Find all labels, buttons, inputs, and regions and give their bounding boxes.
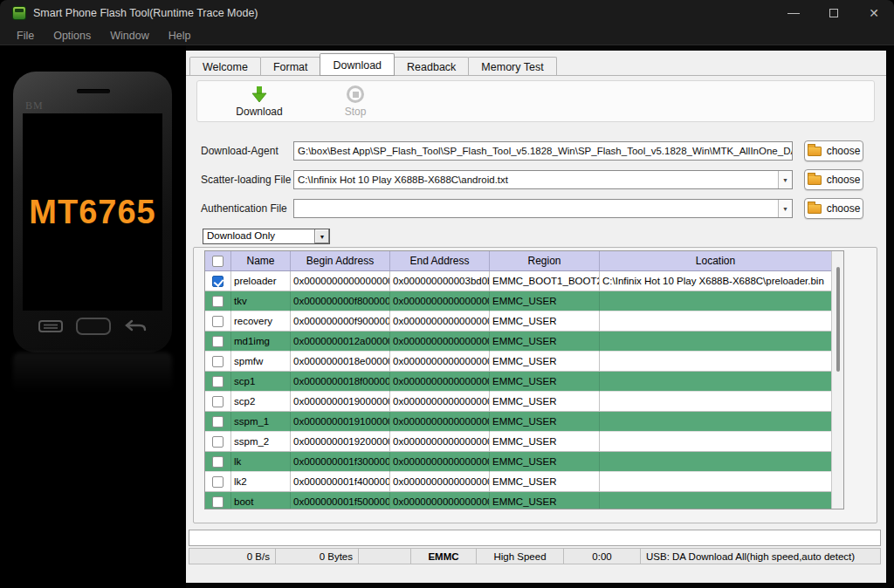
status-cell-3: EMMC <box>411 548 477 564</box>
download-agent-choose-button[interactable]: choose <box>804 140 863 161</box>
header-name[interactable]: Name <box>231 251 291 270</box>
row-checkbox[interactable] <box>212 456 224 468</box>
row-checkbox[interactable] <box>212 276 224 287</box>
row-checkbox[interactable] <box>212 476 224 488</box>
cell-begin: 0x000000001f500000 <box>291 492 390 509</box>
table-row[interactable]: lk0x000000001f3000000x0000000000000000EM… <box>205 452 831 472</box>
menu-help[interactable]: Help <box>159 30 201 42</box>
cell-location <box>600 291 831 311</box>
tab-welcome[interactable]: Welcome <box>189 57 261 76</box>
scrollbar-thumb[interactable] <box>836 267 840 372</box>
cell-begin: 0x000000001f300000 <box>291 452 390 472</box>
table-row[interactable]: lk20x000000001f4000000x0000000000000000E… <box>205 472 831 492</box>
scatter-file-choose-button[interactable]: choose <box>804 169 863 190</box>
table-row[interactable]: spmfw0x0000000018e000000x000000000000000… <box>205 352 831 372</box>
folder-icon <box>808 175 822 185</box>
cell-location <box>600 412 831 432</box>
cell-region: EMMC_BOOT1_BOOT2 <box>490 271 600 291</box>
cell-location <box>600 472 831 492</box>
header-end-address[interactable]: End Address <box>390 251 490 270</box>
choose-button-label: choose <box>827 145 861 157</box>
row-checkbox-cell <box>205 472 231 492</box>
cell-name: sspm_2 <box>231 432 291 452</box>
select-all-checkbox[interactable] <box>212 256 224 267</box>
download-agent-field[interactable]: G:\box\Best App\SP_Flash_Tool\SP_Flash_T… <box>293 141 793 161</box>
row-checkbox[interactable] <box>212 376 224 387</box>
cell-location <box>600 392 831 412</box>
phone-image: BM MT6765 <box>13 72 172 352</box>
table-row[interactable]: md1img0x0000000012a000000x00000000000000… <box>205 332 831 352</box>
auth-file-field[interactable] <box>293 199 793 218</box>
minimize-button[interactable] <box>774 0 814 26</box>
home-key-icon <box>75 317 112 336</box>
auth-file-dropdown-icon[interactable]: ▼ <box>778 200 792 217</box>
scatter-file-field[interactable]: C:\Infinix Hot 10 Play X688B-X688C\andro… <box>293 170 793 189</box>
menu-window[interactable]: Window <box>100 30 158 42</box>
table-row[interactable]: recovery0x000000000f9000000x000000000000… <box>205 311 831 332</box>
cell-location <box>600 452 831 472</box>
table-row[interactable]: sspm_10x00000000191000000x00000000000000… <box>205 412 831 432</box>
table-row[interactable]: preloader0x00000000000000000x00000000000… <box>205 271 831 291</box>
tab-bar: WelcomeFormatDownloadReadbackMemory Test <box>189 53 556 76</box>
cell-end: 0x0000000000000000 <box>390 372 490 392</box>
cell-begin: 0x000000000f800000 <box>291 291 390 311</box>
cell-end: 0x0000000000000000 <box>390 432 490 452</box>
table-row[interactable]: sspm_20x00000000192000000x00000000000000… <box>205 432 831 452</box>
row-checkbox[interactable] <box>212 356 224 367</box>
cell-name: scp2 <box>231 392 291 412</box>
cell-end: 0x0000000000000000 <box>390 352 490 372</box>
tab-format[interactable]: Format <box>260 57 321 76</box>
cell-name: md1img <box>231 332 291 352</box>
row-checkbox[interactable] <box>212 496 224 508</box>
cell-name: boot <box>231 492 291 509</box>
header-begin-address[interactable]: Begin Address <box>291 251 390 270</box>
row-checkbox[interactable] <box>212 316 224 327</box>
tab-readback[interactable]: Readback <box>394 57 469 76</box>
auth-file-choose-button[interactable]: choose <box>804 198 863 219</box>
close-button[interactable]: ✕ <box>854 0 894 26</box>
table-row[interactable]: scp20x00000000190000000x0000000000000000… <box>205 392 831 412</box>
maximize-button[interactable] <box>814 0 854 26</box>
cell-end: 0x0000000000000000 <box>390 492 490 509</box>
download-agent-label: Download-Agent <box>201 145 279 157</box>
stop-icon <box>347 85 364 103</box>
row-checkbox[interactable] <box>212 436 224 448</box>
table-header-row: Name Begin Address End Address Region Lo… <box>205 251 831 271</box>
header-location[interactable]: Location <box>600 251 831 270</box>
stop-button[interactable]: Stop <box>318 84 393 120</box>
download-button[interactable]: Download <box>222 84 297 120</box>
scatter-file-dropdown-icon[interactable]: ▼ <box>778 171 792 188</box>
row-checkbox[interactable] <box>212 336 224 347</box>
chipset-label: MT6765 <box>29 194 155 231</box>
folder-icon <box>808 204 822 214</box>
cell-region: EMMC_USER <box>490 472 600 492</box>
cell-end: 0x0000000000000000 <box>390 332 490 352</box>
header-region[interactable]: Region <box>490 251 600 270</box>
row-checkbox-cell <box>205 332 231 352</box>
row-checkbox[interactable] <box>212 416 224 427</box>
row-checkbox-cell <box>205 271 231 291</box>
table-body: preloader0x00000000000000000x00000000000… <box>205 271 831 509</box>
cell-begin: 0x000000000f900000 <box>291 311 390 332</box>
stop-button-label: Stop <box>345 106 367 118</box>
tab-download[interactable]: Download <box>320 53 395 76</box>
menu-options[interactable]: Options <box>44 30 100 42</box>
table-row[interactable]: scp10x0000000018f000000x0000000000000000… <box>205 372 831 392</box>
cell-region: EMMC_USER <box>490 412 600 432</box>
row-checkbox[interactable] <box>212 296 224 307</box>
status-cell-2 <box>359 548 411 564</box>
partition-table: Name Begin Address End Address Region Lo… <box>204 250 844 509</box>
mode-select-arrow-icon[interactable]: ▼ <box>314 229 329 243</box>
mode-select[interactable]: Download Only ▼ <box>203 229 330 244</box>
menu-file[interactable]: File <box>7 30 44 42</box>
row-checkbox[interactable] <box>212 396 224 407</box>
cell-end: 0x000000000003bd0b <box>390 271 490 291</box>
row-checkbox-cell <box>205 432 231 452</box>
cell-location <box>600 492 831 509</box>
table-row[interactable]: boot0x000000001f5000000x0000000000000000… <box>205 492 831 509</box>
tab-memory-test[interactable]: Memory Test <box>468 57 556 76</box>
cell-begin: 0x0000000000000000 <box>291 271 390 291</box>
table-row[interactable]: tkv0x000000000f8000000x0000000000000000E… <box>205 291 831 311</box>
table-scrollbar[interactable] <box>831 251 843 509</box>
choose-button-label: choose <box>827 174 861 186</box>
